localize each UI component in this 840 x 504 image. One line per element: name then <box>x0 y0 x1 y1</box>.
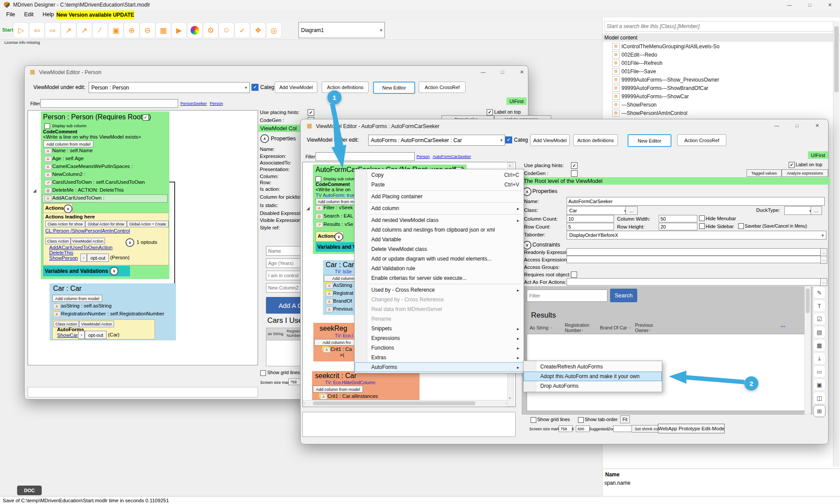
results-column-asstring[interactable]: As String ▼ <box>530 325 552 331</box>
label-on-top-checkbox[interactable] <box>487 109 493 115</box>
panel-tool-icon[interactable]: ◫ <box>813 392 826 404</box>
model-search-input[interactable] <box>604 21 839 32</box>
menu-item-add-clipboard[interactable]: Add columns and nestings from clipboard … <box>355 225 524 235</box>
constraints-expand-icon[interactable] <box>523 241 531 250</box>
results-more-button[interactable]: ••• <box>780 324 786 329</box>
requires-root-checkbox[interactable]: ✓ <box>143 114 149 121</box>
add-column-button[interactable]: Add column from model <box>313 386 363 393</box>
readonly-ellipsis-button[interactable]: ... <box>820 248 827 256</box>
viewmodel-action-button[interactable]: ViewModel Action <box>79 321 114 327</box>
readonly-input[interactable] <box>567 248 823 256</box>
menu-edit[interactable]: Edit <box>24 11 34 18</box>
sidebar-item[interactable]: ⚙002Edit---Redo <box>603 50 835 59</box>
global-action-create-button[interactable]: Global Action + Create <box>127 221 169 227</box>
filter-funnel-icon[interactable]: ▼ <box>628 327 631 329</box>
sidebar-item[interactable]: ⚙001File---Save <box>603 67 835 75</box>
comment-hint[interactable]: <Write a line on <box>316 187 351 192</box>
image-tool-icon[interactable]: ▣ <box>813 379 826 391</box>
menu-item-copy[interactable]: CopyCtrl+C <box>355 170 524 180</box>
menu-item-paste[interactable]: PasteCtrl+V <box>355 180 524 189</box>
column-row[interactable]: CamelCaseMeansWePutInSpaces : <box>52 164 133 169</box>
menu-item-expressions[interactable]: Expressions▸ <box>355 333 524 343</box>
categ-checkbox[interactable] <box>251 84 258 91</box>
person-root-panel[interactable]: Person : Person (Requires Root✓) Display… <box>41 111 169 279</box>
maximize-icon[interactable]: □ <box>494 68 511 76</box>
seekcrit-panel[interactable]: seekcrit : Car TV: Eco.HiliteGridColumn:… <box>312 371 420 402</box>
use-placing-checkbox[interactable] <box>308 109 314 116</box>
sidebar-item[interactable]: ⚙---ShowPerson <box>603 100 835 109</box>
viewmodel-action-button[interactable]: ViewModel Action <box>71 238 105 244</box>
submenu-item-drop[interactable]: Drop AutoForms <box>524 381 662 391</box>
user-access-icon[interactable]: ☺ <box>219 22 234 38</box>
column-row[interactable]: AsString <box>333 282 352 288</box>
hide-sidebar-checkbox[interactable] <box>699 223 705 229</box>
column-row[interactable]: RegistrationNumber : self.RegistrationNu… <box>61 311 164 316</box>
column-row[interactable]: DeleteMe : ACTION: DeleteThis <box>52 187 124 193</box>
results-filter-input[interactable] <box>527 290 607 302</box>
column-row[interactable]: NewColumn2 : <box>52 172 85 177</box>
add-column-button[interactable]: Add column from model <box>43 140 93 147</box>
access-input[interactable] <box>567 256 823 263</box>
marker-width-input[interactable]: 758 <box>559 425 573 432</box>
show-grid-lines-checkbox[interactable] <box>260 370 266 376</box>
grid-column-header[interactable]: as String <box>268 332 284 336</box>
add-column-button[interactable]: Add column from model <box>52 295 102 302</box>
column-row[interactable]: CarsIUsedToOwn : self.CarsIUsedToOwn <box>52 179 145 185</box>
webapp-prototype-button[interactable]: WebApp Prototype Edit-Mode <box>658 424 725 433</box>
variables-validations-bar[interactable]: Variables and Validations <box>43 266 130 276</box>
diagram-nodes-icon[interactable]: ❖ <box>250 22 266 38</box>
collapse-icon[interactable] <box>64 204 72 213</box>
categ-checkbox[interactable] <box>505 136 512 143</box>
detail-name-value[interactable]: span.name <box>604 480 630 486</box>
update-banner[interactable]: New Version available UPDATE <box>56 11 134 19</box>
submenu-item-create-refresh[interactable]: Create/Refresh AutoForms <box>524 362 662 372</box>
global-action-show-button[interactable]: Global Action for show <box>85 221 127 227</box>
results-column-brand[interactable]: Brand Of Car ▼ <box>600 325 631 331</box>
canvas-horizontal-scrollbar[interactable]: ‹ › <box>303 400 507 406</box>
column-row[interactable]: Registrat <box>333 290 353 296</box>
class-action-show-button[interactable]: Class Action for show <box>45 221 85 227</box>
tagged-values-button[interactable]: Tagged values <box>747 169 782 177</box>
actions-tab[interactable]: Actions <box>43 203 73 213</box>
suggested-zoom-input[interactable] <box>613 425 633 432</box>
results-scrollbar[interactable] <box>804 286 811 415</box>
tagged-value-link[interactable]: TV: IsSe <box>335 269 352 274</box>
menu-item-add-validation[interactable]: Add Validation rule <box>355 264 524 273</box>
sidebar-scrollbar[interactable] <box>833 21 840 467</box>
close-icon[interactable]: ✕ <box>808 121 826 130</box>
menu-help[interactable]: Help <box>43 11 54 18</box>
column-row[interactable]: Results : vSe <box>323 222 353 227</box>
arrow-back-icon[interactable]: ⇦ <box>29 22 45 38</box>
viewmodel-under-edit-select[interactable]: Person : Person <box>89 82 250 93</box>
action-definitions-button[interactable]: Action definitions <box>322 82 369 93</box>
addacar-action-link[interactable]: AddACarIUsedToOwnAction <box>49 245 112 250</box>
autoformcarseeker-link[interactable]: AutoFormCarSeeker <box>433 154 471 159</box>
minimize-icon[interactable]: — <box>768 121 786 130</box>
expander-icon[interactable]: ◢ <box>306 206 310 211</box>
column-row[interactable]: AddACarIUsedToOwn : <box>52 195 104 200</box>
doc-button[interactable]: DOC <box>17 486 42 495</box>
expand-icon[interactable] <box>110 267 118 275</box>
showcar-link[interactable]: ShowCar <box>57 332 78 338</box>
class-action-button[interactable]: Class Action <box>54 321 79 327</box>
menu-item-delete-class[interactable]: Delete ViewModel class <box>355 244 524 254</box>
new-editor-button[interactable]: New Editor <box>628 134 671 147</box>
results-column-prev[interactable]: Previous Owner▼ <box>635 323 659 333</box>
field-tool-icon[interactable]: ▭ <box>813 365 826 378</box>
show-tab-order-checkbox[interactable] <box>578 417 584 423</box>
menu-item-add-variable[interactable]: Add Variable <box>355 235 524 244</box>
tagged-value-link[interactable]: TV AutoForm: true <box>316 193 355 198</box>
sidebar-item[interactable]: ⚙IControlTheMenuGrouping/AtAllLevels-So <box>603 42 835 50</box>
results-column-regnum[interactable]: Registration Number▼ <box>565 323 592 333</box>
ducktype-select[interactable] <box>784 206 814 215</box>
fit-button[interactable]: Fit <box>620 415 630 423</box>
marker-width-input[interactable]: 758 <box>288 379 302 385</box>
menu-item-functions[interactable]: Functions▸ <box>355 343 524 353</box>
tagged-value-link[interactable]: TV: Eco.I <box>335 333 353 338</box>
sidebar-item[interactable]: ⚙99999AutoForms---ShowBrandOfCar <box>603 84 835 92</box>
text-tool-icon[interactable]: T <box>813 300 826 312</box>
properties-collapse-icon[interactable] <box>523 187 531 196</box>
association-arrow-icon[interactable]: ↗ <box>61 22 76 38</box>
show-grid-lines-checkbox[interactable] <box>531 417 536 423</box>
column-row[interactable]: Crit1 : Ca <box>330 347 352 352</box>
